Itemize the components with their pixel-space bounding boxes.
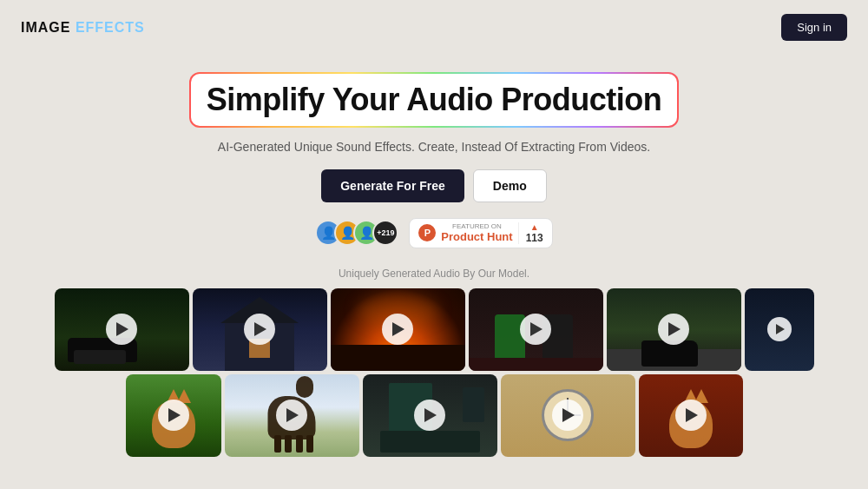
video-thumb-8[interactable] (225, 374, 359, 457)
demo-button[interactable]: Demo (473, 169, 547, 202)
product-hunt-badge[interactable]: P FEATURED ON Product Hunt ▲ 113 (409, 218, 552, 248)
ph-text-group: FEATURED ON Product Hunt (441, 222, 512, 244)
ph-score-number: 113 (526, 232, 543, 244)
ph-arrow-icon: ▲ (530, 222, 539, 232)
video-thumb-7[interactable] (126, 374, 221, 457)
video-section: Uniquely Generated Audio By Our Model. (0, 268, 868, 457)
product-hunt-icon: P (418, 224, 436, 241)
hero-title-wrapper: Simplify Your Audio Production (189, 72, 679, 128)
play-button-6[interactable] (767, 317, 792, 341)
play-button-9[interactable] (414, 400, 445, 431)
video-thumb-1[interactable] (55, 288, 189, 371)
play-button-8[interactable] (276, 400, 307, 431)
signin-button[interactable]: Sign in (781, 14, 847, 41)
video-thumb-10[interactable] (501, 374, 635, 457)
header: IMAGE EFFECTS Sign in (0, 0, 868, 55)
play-button-10[interactable] (552, 400, 583, 431)
play-button-7[interactable] (158, 400, 189, 431)
video-row-1 (0, 288, 868, 371)
play-button-3[interactable] (382, 314, 413, 345)
hero-subtitle: AI-Generated Unique Sound Effects. Creat… (218, 140, 650, 154)
video-section-label: Uniquely Generated Audio By Our Model. (0, 268, 868, 280)
logo-effects-text: EFFECTS (70, 20, 144, 35)
play-button-2[interactable] (244, 314, 275, 345)
logo-image-text: IMAGE (21, 20, 70, 35)
video-row-2 (0, 374, 868, 457)
social-proof: 👤 👤 👤 +219 P FEATURED ON Product Hunt ▲ … (315, 218, 552, 248)
hero-title: Simplify Your Audio Production (196, 77, 672, 122)
avatars: 👤 👤 👤 +219 (315, 220, 398, 246)
video-thumb-2[interactable] (193, 288, 327, 371)
ph-featured-text: FEATURED ON (441, 222, 512, 231)
play-button-4[interactable] (520, 314, 551, 345)
play-button-11[interactable] (675, 400, 707, 431)
video-thumb-9[interactable] (363, 374, 497, 457)
hero-section: Simplify Your Audio Production AI-Genera… (0, 55, 868, 268)
hero-buttons: Generate For Free Demo (321, 169, 547, 202)
video-thumb-11[interactable] (639, 374, 743, 457)
ph-product-hunt-text: Product Hunt (441, 230, 512, 243)
play-button-5[interactable] (658, 314, 689, 345)
video-thumb-4[interactable] (469, 288, 603, 371)
play-button-1[interactable] (106, 314, 137, 345)
video-thumb-5[interactable] (607, 288, 741, 371)
generate-button[interactable]: Generate For Free (321, 169, 464, 202)
ph-score-group: ▲ 113 (518, 222, 543, 244)
video-thumb-6[interactable] (745, 288, 814, 371)
logo: IMAGE EFFECTS (21, 20, 145, 36)
avatar-count: +219 (372, 220, 398, 246)
video-thumb-3[interactable] (331, 288, 465, 371)
